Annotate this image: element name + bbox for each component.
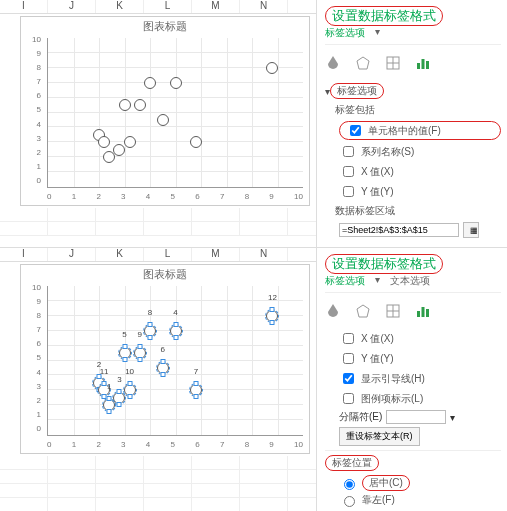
x-axis-labels: 012345678910 — [47, 192, 303, 201]
svg-rect-5 — [422, 59, 425, 69]
svg-rect-12 — [422, 307, 425, 317]
size-icon[interactable] — [385, 303, 401, 319]
chart-title: 图表标题 — [21, 17, 309, 38]
data-point[interactable] — [144, 325, 156, 337]
separator-input[interactable] — [386, 410, 446, 424]
data-point[interactable] — [98, 136, 110, 148]
size-icon[interactable] — [385, 55, 401, 71]
data-label[interactable]: 12 — [268, 292, 277, 301]
data-point[interactable] — [157, 114, 169, 126]
effects-icon[interactable] — [355, 55, 371, 71]
data-label[interactable]: 9 — [138, 330, 142, 339]
svg-marker-7 — [357, 305, 369, 317]
chart-icon[interactable] — [415, 55, 431, 71]
checkbox-leader-lines[interactable]: 显示引导线(H) — [339, 370, 501, 387]
radio-center[interactable]: 居中(C) — [339, 475, 501, 491]
category-icons — [325, 51, 501, 79]
data-label[interactable]: 3 — [117, 374, 121, 383]
pane-title: 设置数据标签格式 — [325, 254, 443, 274]
column-headers: IJKLMN — [0, 0, 316, 14]
data-label[interactable]: 6 — [161, 345, 165, 354]
tab-text-options[interactable]: 文本选项 — [390, 274, 430, 288]
column-headers: IJKLMN — [0, 248, 316, 262]
reset-label-button[interactable]: 重设标签文本(R) — [339, 427, 420, 446]
range-picker-button[interactable]: ▦ — [463, 222, 479, 238]
y-axis-labels: 109876543210 — [27, 283, 41, 433]
format-pane-2: 设置数据标签格式 标签选项▾ 文本选项 X 值(X) Y 值(Y) 显示引导线(… — [316, 248, 507, 511]
scatter-chart-1[interactable]: 图表标题 109876543210 012345678910 — [20, 16, 310, 206]
plot-area[interactable] — [47, 38, 303, 188]
data-point[interactable] — [124, 136, 136, 148]
data-point[interactable] — [134, 347, 146, 359]
data-point[interactable] — [144, 77, 156, 89]
checkbox-legend-key[interactable]: 图例项标示(L) — [339, 390, 501, 407]
checkbox-series-name[interactable]: 系列名称(S) — [339, 143, 501, 160]
format-pane-1: 设置数据标签格式 标签选项 ▾ 标签选项 标签包括 单元格中的值(F) 系列名称… — [316, 0, 507, 247]
svg-rect-6 — [426, 61, 429, 69]
separator-field: 分隔符(E) ▾ — [339, 410, 501, 424]
pane-tabs: 标签选项 ▾ — [325, 26, 501, 45]
chart-title: 图表标题 — [21, 265, 309, 286]
plot-area[interactable]: 211135109864712 — [47, 286, 303, 436]
data-point[interactable] — [134, 99, 146, 111]
section-label-position: 标签位置 — [325, 455, 501, 471]
checkbox-x-value[interactable]: X 值(X) — [339, 330, 501, 347]
dropdown-icon[interactable]: ▾ — [450, 412, 455, 423]
pane-title: 设置数据标签格式 — [325, 6, 443, 26]
spreadsheet-grid[interactable] — [0, 208, 316, 236]
svg-marker-0 — [357, 57, 369, 69]
data-label[interactable]: 8 — [148, 307, 152, 316]
effects-icon[interactable] — [355, 303, 371, 319]
data-label[interactable]: 10 — [125, 367, 134, 376]
tab-label-options[interactable]: 标签选项 — [325, 274, 365, 288]
data-point[interactable] — [124, 384, 136, 396]
data-point[interactable] — [119, 99, 131, 111]
data-point[interactable] — [190, 384, 202, 396]
scatter-chart-2[interactable]: 图表标题 109876543210 211135109864712 012345… — [20, 264, 310, 454]
chart-icon[interactable] — [415, 303, 431, 319]
range-label: 数据标签区域 — [335, 204, 501, 218]
svg-rect-4 — [417, 63, 420, 69]
fill-icon[interactable] — [325, 303, 341, 319]
checkbox-cell-value[interactable]: 单元格中的值(F) — [339, 121, 501, 140]
data-label[interactable]: 1 — [107, 382, 111, 391]
data-point[interactable] — [157, 362, 169, 374]
svg-rect-11 — [417, 311, 420, 317]
data-label[interactable]: 5 — [122, 330, 126, 339]
data-point[interactable] — [266, 310, 278, 322]
range-input[interactable] — [339, 223, 459, 237]
data-point[interactable] — [170, 325, 182, 337]
y-axis-labels: 109876543210 — [27, 35, 41, 185]
category-icons — [325, 299, 501, 327]
fill-icon[interactable] — [325, 55, 341, 71]
data-point[interactable] — [119, 347, 131, 359]
data-point[interactable] — [266, 62, 278, 74]
spreadsheet-grid[interactable] — [0, 456, 316, 511]
checkbox-x-value[interactable]: X 值(X) — [339, 163, 501, 180]
pane-tabs: 标签选项▾ 文本选项 — [325, 274, 501, 293]
data-label[interactable]: 7 — [194, 367, 198, 376]
radio-left[interactable]: 靠左(F) — [339, 493, 501, 507]
data-label[interactable]: 4 — [173, 307, 177, 316]
svg-rect-13 — [426, 309, 429, 317]
x-axis-labels: 012345678910 — [47, 440, 303, 449]
checkbox-y-value[interactable]: Y 值(Y) — [339, 183, 501, 200]
tab-label-options[interactable]: 标签选项 — [325, 26, 365, 40]
range-field: ▦ — [339, 222, 501, 238]
data-label[interactable]: 11 — [100, 367, 109, 376]
checkbox-y-value[interactable]: Y 值(Y) — [339, 350, 501, 367]
data-point[interactable] — [170, 77, 182, 89]
section-label-options[interactable]: 标签选项 — [325, 83, 501, 99]
section-label-contains: 标签包括 — [335, 103, 501, 117]
data-point[interactable] — [190, 136, 202, 148]
